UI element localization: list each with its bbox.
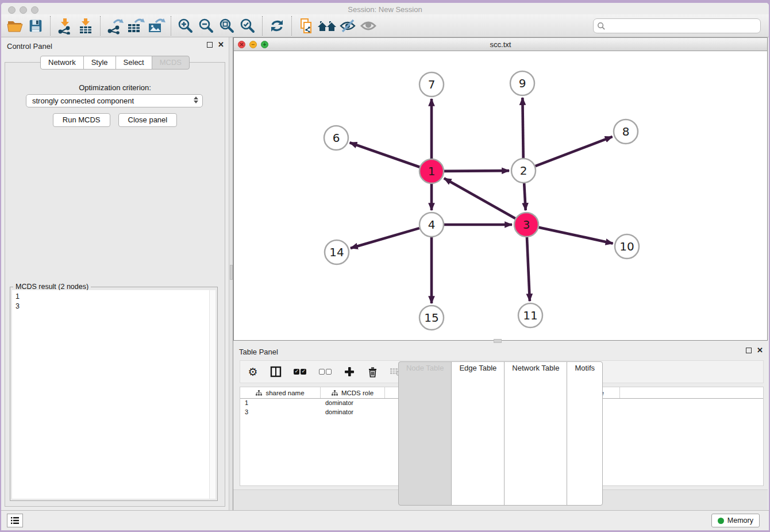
graph-node-11[interactable]: 11 xyxy=(518,303,542,327)
graph-node-10[interactable]: 10 xyxy=(615,234,639,259)
svg-text:10: 10 xyxy=(619,240,634,253)
export-network-icon[interactable] xyxy=(105,16,125,36)
splitter-handle[interactable] xyxy=(230,265,233,280)
close-panel-icon[interactable]: ✕ xyxy=(218,42,224,48)
svg-text:3: 3 xyxy=(523,218,530,232)
close-panel-button[interactable]: Close panel xyxy=(118,113,178,127)
graph-edge-2-3[interactable] xyxy=(524,183,526,210)
svg-text:11: 11 xyxy=(523,309,537,322)
svg-text:15: 15 xyxy=(424,311,438,325)
application: Session: New Session xyxy=(0,0,770,532)
table-tabs: Node TableEdge TableNetwork TableMotifs xyxy=(233,361,768,506)
float-panel-icon[interactable] xyxy=(207,42,213,48)
graph-edge-2-8[interactable] xyxy=(536,137,613,166)
list-icon xyxy=(10,516,20,525)
graph-node-8[interactable]: 8 xyxy=(614,119,638,144)
tab-style[interactable]: Style xyxy=(83,56,116,70)
window-titlebar: Session: New Session xyxy=(1,3,769,14)
graph-edge-3-11[interactable] xyxy=(527,237,530,301)
graph-edge-3-10[interactable] xyxy=(538,228,613,244)
float-table-panel-icon[interactable] xyxy=(746,348,752,353)
control-panel: Control Panel ✕ Optimization criterion: … xyxy=(1,37,229,510)
export-image-icon[interactable] xyxy=(146,16,167,36)
zoom-selected-icon[interactable] xyxy=(237,16,258,36)
graph-edge-2-9[interactable] xyxy=(522,98,523,158)
network-canvas[interactable]: 7968124314101511 xyxy=(234,51,767,340)
memory-label: Memory xyxy=(727,516,753,525)
optimization-dropdown[interactable]: strongly connected component xyxy=(26,94,203,107)
task-history-button[interactable] xyxy=(7,514,23,527)
save-session-icon[interactable] xyxy=(25,16,46,36)
graph-node-6[interactable]: 6 xyxy=(324,126,348,150)
svg-text:8: 8 xyxy=(622,125,630,138)
tab-node-table[interactable]: Node Table xyxy=(398,361,452,506)
search-input[interactable] xyxy=(593,18,761,33)
result-line: 1 xyxy=(16,292,212,302)
svg-text:7: 7 xyxy=(428,78,436,91)
network-graph[interactable]: 7968124314101511 xyxy=(234,51,767,340)
graph-node-1[interactable]: 1 xyxy=(419,159,444,183)
tab-edge-table[interactable]: Edge Table xyxy=(451,361,505,506)
mcds-result-title: MCDS result (2 nodes) xyxy=(13,283,91,291)
home-view-icon[interactable] xyxy=(317,16,337,36)
svg-text:6: 6 xyxy=(333,131,340,145)
open-session-icon[interactable] xyxy=(5,16,25,36)
import-network-icon[interactable] xyxy=(55,16,75,36)
graph-edge-1-6[interactable] xyxy=(350,142,420,167)
horizontal-splitter-handle[interactable] xyxy=(494,339,502,343)
close-table-panel-icon[interactable]: ✕ xyxy=(757,348,763,353)
optimization-label: Optimization criterion: xyxy=(5,83,225,92)
graph-node-2[interactable]: 2 xyxy=(511,159,536,183)
zoom-fit-icon[interactable] xyxy=(217,16,237,36)
graph-node-7[interactable]: 7 xyxy=(419,72,444,97)
svg-text:2: 2 xyxy=(520,164,528,178)
result-line: 3 xyxy=(16,302,212,311)
tab-motifs[interactable]: Motifs xyxy=(567,361,603,506)
search-icon xyxy=(597,22,606,30)
svg-text:4: 4 xyxy=(428,218,436,232)
import-table-icon[interactable] xyxy=(75,16,96,36)
graph-node-9[interactable]: 9 xyxy=(510,71,534,95)
graph-node-4[interactable]: 4 xyxy=(419,213,444,237)
graph-edge-3-1[interactable] xyxy=(444,178,515,218)
run-mcds-button[interactable]: Run MCDS xyxy=(53,113,110,127)
table-panel: Table Panel ✕ ⚙ xyxy=(233,343,768,510)
main-window: Session: New Session xyxy=(1,3,769,530)
graph-edge-4-14[interactable] xyxy=(351,228,419,248)
status-bar: Memory xyxy=(1,510,769,530)
zoom-out-icon[interactable] xyxy=(196,16,217,36)
window-title: Session: New Session xyxy=(1,5,769,14)
tab-network[interactable]: Network xyxy=(40,56,84,70)
vertical-splitter[interactable] xyxy=(229,37,233,510)
dropdown-arrows-icon xyxy=(194,97,198,103)
tab-network-table[interactable]: Network Table xyxy=(504,361,567,506)
show-all-icon[interactable] xyxy=(358,16,379,36)
main-toolbar xyxy=(1,14,769,37)
mcds-result-box: MCDS result (2 nodes) 13 xyxy=(10,287,218,501)
network-window: ✕ − + scc.txt 7968124314101511 xyxy=(233,37,768,341)
mcds-panel: Optimization criterion: strongly connect… xyxy=(5,62,225,507)
refresh-layout-icon[interactable] xyxy=(267,16,287,36)
search-container xyxy=(593,18,761,33)
graph-edge-1-2[interactable] xyxy=(444,171,509,171)
zoom-in-icon[interactable] xyxy=(175,16,196,36)
result-scrollbar[interactable] xyxy=(209,290,215,499)
tab-mcds[interactable]: MCDS xyxy=(152,56,190,70)
svg-text:9: 9 xyxy=(519,76,526,90)
table-panel-title: Table Panel xyxy=(239,348,278,356)
memory-button[interactable]: Memory xyxy=(711,514,760,527)
svg-text:1: 1 xyxy=(428,164,436,178)
graph-node-15[interactable]: 15 xyxy=(419,306,444,330)
dropdown-value: strongly connected component xyxy=(32,97,134,105)
graph-node-3[interactable]: 3 xyxy=(514,213,538,237)
svg-text:14: 14 xyxy=(329,245,344,259)
mcds-result-list: 13 xyxy=(12,290,215,313)
export-table-icon[interactable] xyxy=(125,16,146,36)
memory-status-icon xyxy=(718,518,724,524)
clone-network-icon[interactable] xyxy=(296,16,317,36)
mcds-result-area[interactable]: 13 xyxy=(12,290,215,499)
hide-selected-icon[interactable] xyxy=(337,16,358,36)
tab-select[interactable]: Select xyxy=(116,56,152,70)
graph-node-14[interactable]: 14 xyxy=(325,240,349,264)
network-titlebar: ✕ − + scc.txt xyxy=(234,38,767,51)
